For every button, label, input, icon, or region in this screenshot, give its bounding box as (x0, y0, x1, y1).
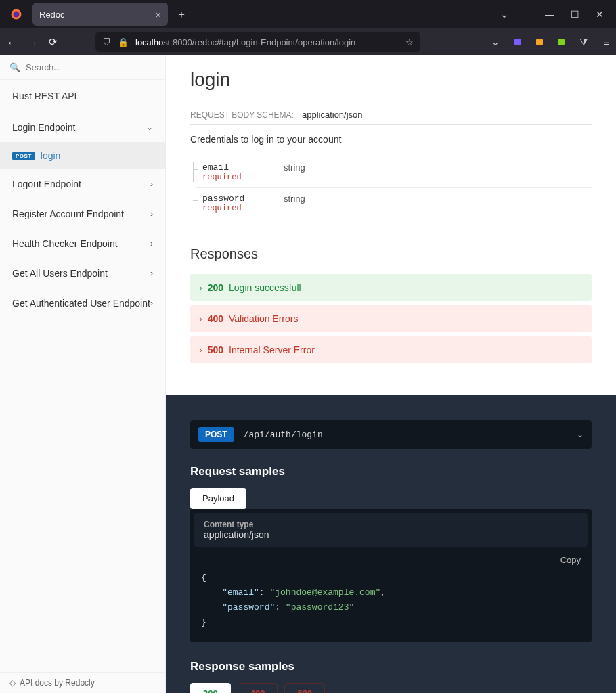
response-tab-400[interactable]: 400 (238, 683, 278, 693)
extension-icon[interactable] (536, 39, 543, 45)
extension-icon[interactable] (558, 39, 565, 45)
code-sample: { "email": "johndoe@example.com", "passw… (190, 565, 592, 642)
forward-button[interactable]: → (28, 37, 38, 48)
samples-panel: POST /api/auth/login ⌄ Request samples P… (166, 395, 616, 693)
chevron-right-icon: › (200, 284, 202, 292)
param-required: required (202, 204, 284, 213)
reload-button[interactable]: ⟳ (49, 36, 58, 48)
chevron-right-icon: › (150, 269, 153, 278)
app-menu-icon[interactable]: ≡ (603, 37, 609, 48)
sidebar-item-login[interactable]: POST login (0, 142, 165, 169)
firefox-icon (5, 8, 27, 20)
tab-close-icon[interactable]: × (155, 9, 161, 20)
content-type: application/json (302, 110, 363, 120)
main-content: login REQUEST BODY SCHEMA: application/j… (166, 55, 616, 693)
response-200[interactable]: › 200 Login successfull (190, 274, 592, 301)
response-400[interactable]: › 400 Validation Errors (190, 305, 592, 332)
extensions-icon[interactable]: ⧩ (579, 36, 588, 48)
content-type-label: Content type (204, 520, 578, 529)
url-host: localhost (135, 37, 170, 47)
back-button[interactable]: ← (7, 37, 17, 48)
endpoint-path: /api/auth/login (244, 430, 323, 440)
lock-icon[interactable]: 🔒 (118, 37, 129, 47)
param-row: password required string (196, 188, 592, 219)
param-row: email required string (196, 157, 592, 188)
request-samples-heading: Request samples (190, 465, 592, 478)
url-path: :8000/redoc#tag/Login-Endpoint/operation… (170, 37, 355, 47)
param-name: password (202, 194, 284, 204)
param-type: string (284, 162, 305, 182)
redocly-icon: ◇ (9, 678, 16, 688)
copy-button[interactable]: Copy (560, 555, 581, 565)
sidebar-section-authuser[interactable]: Get Authenticated User Endpoint › (0, 288, 165, 318)
browser-toolbar: ← → ⟳ ⛉ 🔒 localhost:8000/redoc#tag/Login… (0, 28, 616, 55)
browser-titlebar: Redoc × ＋ ⌄ — ☐ ✕ (0, 0, 616, 28)
response-500[interactable]: › 500 Internal Server Error (190, 336, 592, 363)
response-tab-500[interactable]: 500 (284, 683, 325, 693)
param-name: email (202, 162, 284, 173)
window-maximize-icon[interactable]: ☐ (571, 9, 579, 20)
sidebar-section-login[interactable]: Login Endpoint ⌄ (0, 112, 165, 142)
sidebar: 🔍 Rust REST API Login Endpoint ⌄ POST lo… (0, 55, 166, 693)
extension-icon[interactable] (514, 39, 521, 45)
bookmark-icon[interactable]: ☆ (405, 37, 414, 47)
sidebar-footer[interactable]: ◇ API docs by Redocly (0, 672, 165, 693)
response-samples-heading: Response samples (190, 660, 592, 673)
sidebar-section-logout[interactable]: Logout Endpoint › (0, 169, 165, 199)
url-bar[interactable]: ⛉ 🔒 localhost:8000/redoc#tag/Login-Endpo… (95, 32, 420, 52)
new-tab-button[interactable]: ＋ (176, 7, 187, 22)
window-close-icon[interactable]: ✕ (596, 9, 604, 20)
request-sample-box: Content type application/json Copy { "em… (190, 509, 592, 642)
shield-icon[interactable]: ⛉ (102, 37, 111, 47)
chevron-right-icon: › (200, 315, 202, 323)
http-method-badge: POST (198, 427, 234, 442)
content-type-value: application/json (204, 529, 578, 540)
operation-title: login (190, 69, 592, 91)
endpoint-bar[interactable]: POST /api/auth/login ⌄ (190, 420, 592, 449)
schema-label: REQUEST BODY SCHEMA: (190, 110, 294, 120)
body-description: Credentials to log in to your account (190, 134, 592, 145)
sidebar-section-health[interactable]: Health Checker Endpoint › (0, 229, 165, 259)
browser-tab[interactable]: Redoc × (32, 3, 168, 26)
api-title-link[interactable]: Rust REST API (0, 80, 165, 112)
chevron-right-icon: › (150, 239, 153, 248)
param-required: required (202, 173, 284, 182)
window-minimize-icon[interactable]: — (545, 9, 554, 20)
chevron-right-icon: › (150, 298, 153, 308)
chevron-right-icon: › (150, 209, 153, 219)
http-method-badge: POST (12, 152, 35, 160)
svg-point-1 (14, 12, 20, 18)
pocket-icon[interactable]: ⌄ (491, 37, 500, 47)
search-input[interactable] (26, 62, 156, 72)
search-icon: 🔍 (9, 62, 20, 72)
chevron-down-icon: ⌄ (146, 122, 153, 132)
chevron-right-icon: › (200, 346, 202, 354)
tab-title: Redoc (39, 9, 65, 20)
sidebar-section-users[interactable]: Get All Users Endpoint › (0, 259, 165, 288)
tabs-list-icon[interactable]: ⌄ (500, 9, 508, 20)
payload-tab[interactable]: Payload (190, 488, 246, 509)
chevron-down-icon: ⌄ (577, 430, 584, 439)
param-type: string (284, 194, 305, 213)
sidebar-item-label: login (41, 150, 61, 161)
responses-heading: Responses (190, 246, 592, 262)
response-tab-200[interactable]: 200 (190, 683, 231, 693)
sidebar-section-register[interactable]: Register Account Endpoint › (0, 199, 165, 229)
chevron-right-icon: › (150, 179, 153, 189)
